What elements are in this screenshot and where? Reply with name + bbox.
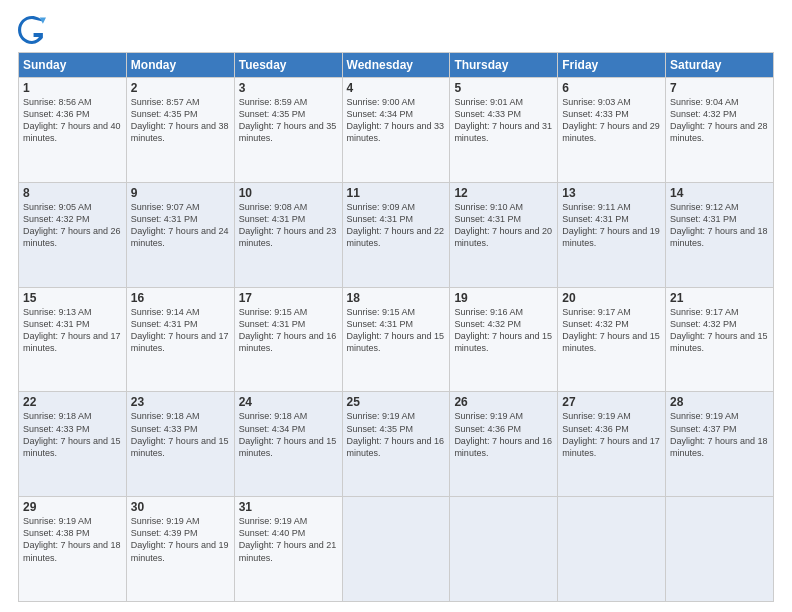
calendar-header: SundayMondayTuesdayWednesdayThursdayFrid… bbox=[19, 53, 774, 78]
day-number: 17 bbox=[239, 291, 338, 305]
cell-info: Sunrise: 9:00 AMSunset: 4:34 PMDaylight:… bbox=[347, 97, 445, 143]
calendar-cell: 17 Sunrise: 9:15 AMSunset: 4:31 PMDaylig… bbox=[234, 287, 342, 392]
cell-info: Sunrise: 9:12 AMSunset: 4:31 PMDaylight:… bbox=[670, 202, 768, 248]
calendar-week-2: 8 Sunrise: 9:05 AMSunset: 4:32 PMDayligh… bbox=[19, 182, 774, 287]
day-number: 15 bbox=[23, 291, 122, 305]
day-number: 11 bbox=[347, 186, 446, 200]
day-number: 13 bbox=[562, 186, 661, 200]
cell-info: Sunrise: 9:10 AMSunset: 4:31 PMDaylight:… bbox=[454, 202, 552, 248]
day-number: 30 bbox=[131, 500, 230, 514]
calendar-week-5: 29 Sunrise: 9:19 AMSunset: 4:38 PMDaylig… bbox=[19, 497, 774, 602]
day-number: 22 bbox=[23, 395, 122, 409]
day-header-saturday: Saturday bbox=[666, 53, 774, 78]
calendar-cell bbox=[342, 497, 450, 602]
calendar-cell: 8 Sunrise: 9:05 AMSunset: 4:32 PMDayligh… bbox=[19, 182, 127, 287]
calendar-cell: 4 Sunrise: 9:00 AMSunset: 4:34 PMDayligh… bbox=[342, 78, 450, 183]
cell-info: Sunrise: 9:19 AMSunset: 4:38 PMDaylight:… bbox=[23, 516, 121, 562]
calendar-cell: 23 Sunrise: 9:18 AMSunset: 4:33 PMDaylig… bbox=[126, 392, 234, 497]
day-number: 29 bbox=[23, 500, 122, 514]
cell-info: Sunrise: 9:18 AMSunset: 4:33 PMDaylight:… bbox=[23, 411, 121, 457]
cell-info: Sunrise: 8:56 AMSunset: 4:36 PMDaylight:… bbox=[23, 97, 121, 143]
calendar-cell bbox=[450, 497, 558, 602]
day-number: 20 bbox=[562, 291, 661, 305]
day-header-sunday: Sunday bbox=[19, 53, 127, 78]
cell-info: Sunrise: 9:07 AMSunset: 4:31 PMDaylight:… bbox=[131, 202, 229, 248]
cell-info: Sunrise: 8:59 AMSunset: 4:35 PMDaylight:… bbox=[239, 97, 337, 143]
calendar-cell: 7 Sunrise: 9:04 AMSunset: 4:32 PMDayligh… bbox=[666, 78, 774, 183]
cell-info: Sunrise: 9:17 AMSunset: 4:32 PMDaylight:… bbox=[670, 307, 768, 353]
calendar-cell: 25 Sunrise: 9:19 AMSunset: 4:35 PMDaylig… bbox=[342, 392, 450, 497]
day-number: 7 bbox=[670, 81, 769, 95]
day-number: 28 bbox=[670, 395, 769, 409]
calendar-cell: 1 Sunrise: 8:56 AMSunset: 4:36 PMDayligh… bbox=[19, 78, 127, 183]
calendar-cell: 5 Sunrise: 9:01 AMSunset: 4:33 PMDayligh… bbox=[450, 78, 558, 183]
day-number: 8 bbox=[23, 186, 122, 200]
cell-info: Sunrise: 9:03 AMSunset: 4:33 PMDaylight:… bbox=[562, 97, 660, 143]
cell-info: Sunrise: 9:19 AMSunset: 4:35 PMDaylight:… bbox=[347, 411, 445, 457]
calendar-cell: 12 Sunrise: 9:10 AMSunset: 4:31 PMDaylig… bbox=[450, 182, 558, 287]
cell-info: Sunrise: 9:19 AMSunset: 4:37 PMDaylight:… bbox=[670, 411, 768, 457]
cell-info: Sunrise: 9:11 AMSunset: 4:31 PMDaylight:… bbox=[562, 202, 660, 248]
day-header-tuesday: Tuesday bbox=[234, 53, 342, 78]
calendar-cell: 16 Sunrise: 9:14 AMSunset: 4:31 PMDaylig… bbox=[126, 287, 234, 392]
cell-info: Sunrise: 9:13 AMSunset: 4:31 PMDaylight:… bbox=[23, 307, 121, 353]
day-number: 2 bbox=[131, 81, 230, 95]
calendar-cell: 20 Sunrise: 9:17 AMSunset: 4:32 PMDaylig… bbox=[558, 287, 666, 392]
cell-info: Sunrise: 9:04 AMSunset: 4:32 PMDaylight:… bbox=[670, 97, 768, 143]
calendar-cell: 15 Sunrise: 9:13 AMSunset: 4:31 PMDaylig… bbox=[19, 287, 127, 392]
calendar-cell: 31 Sunrise: 9:19 AMSunset: 4:40 PMDaylig… bbox=[234, 497, 342, 602]
calendar-cell: 26 Sunrise: 9:19 AMSunset: 4:36 PMDaylig… bbox=[450, 392, 558, 497]
day-number: 31 bbox=[239, 500, 338, 514]
calendar-cell: 2 Sunrise: 8:57 AMSunset: 4:35 PMDayligh… bbox=[126, 78, 234, 183]
day-number: 14 bbox=[670, 186, 769, 200]
calendar-cell bbox=[558, 497, 666, 602]
logo bbox=[18, 16, 50, 44]
calendar-cell: 18 Sunrise: 9:15 AMSunset: 4:31 PMDaylig… bbox=[342, 287, 450, 392]
calendar-cell: 14 Sunrise: 9:12 AMSunset: 4:31 PMDaylig… bbox=[666, 182, 774, 287]
page: SundayMondayTuesdayWednesdayThursdayFrid… bbox=[0, 0, 792, 612]
day-number: 25 bbox=[347, 395, 446, 409]
cell-info: Sunrise: 9:08 AMSunset: 4:31 PMDaylight:… bbox=[239, 202, 337, 248]
day-number: 19 bbox=[454, 291, 553, 305]
calendar-cell: 3 Sunrise: 8:59 AMSunset: 4:35 PMDayligh… bbox=[234, 78, 342, 183]
cell-info: Sunrise: 9:19 AMSunset: 4:39 PMDaylight:… bbox=[131, 516, 229, 562]
calendar-week-1: 1 Sunrise: 8:56 AMSunset: 4:36 PMDayligh… bbox=[19, 78, 774, 183]
cell-info: Sunrise: 9:09 AMSunset: 4:31 PMDaylight:… bbox=[347, 202, 445, 248]
calendar-cell: 28 Sunrise: 9:19 AMSunset: 4:37 PMDaylig… bbox=[666, 392, 774, 497]
day-number: 12 bbox=[454, 186, 553, 200]
calendar-cell: 30 Sunrise: 9:19 AMSunset: 4:39 PMDaylig… bbox=[126, 497, 234, 602]
day-number: 23 bbox=[131, 395, 230, 409]
day-number: 5 bbox=[454, 81, 553, 95]
logo-icon bbox=[18, 16, 46, 44]
day-number: 24 bbox=[239, 395, 338, 409]
cell-info: Sunrise: 9:19 AMSunset: 4:40 PMDaylight:… bbox=[239, 516, 337, 562]
calendar-cell: 21 Sunrise: 9:17 AMSunset: 4:32 PMDaylig… bbox=[666, 287, 774, 392]
calendar-cell: 9 Sunrise: 9:07 AMSunset: 4:31 PMDayligh… bbox=[126, 182, 234, 287]
day-number: 21 bbox=[670, 291, 769, 305]
day-number: 18 bbox=[347, 291, 446, 305]
header bbox=[18, 16, 774, 44]
calendar-cell: 11 Sunrise: 9:09 AMSunset: 4:31 PMDaylig… bbox=[342, 182, 450, 287]
cell-info: Sunrise: 9:14 AMSunset: 4:31 PMDaylight:… bbox=[131, 307, 229, 353]
cell-info: Sunrise: 9:19 AMSunset: 4:36 PMDaylight:… bbox=[454, 411, 552, 457]
day-header-thursday: Thursday bbox=[450, 53, 558, 78]
header-row: SundayMondayTuesdayWednesdayThursdayFrid… bbox=[19, 53, 774, 78]
calendar-week-4: 22 Sunrise: 9:18 AMSunset: 4:33 PMDaylig… bbox=[19, 392, 774, 497]
day-number: 16 bbox=[131, 291, 230, 305]
day-header-wednesday: Wednesday bbox=[342, 53, 450, 78]
calendar-cell: 19 Sunrise: 9:16 AMSunset: 4:32 PMDaylig… bbox=[450, 287, 558, 392]
calendar-cell bbox=[666, 497, 774, 602]
calendar-cell: 13 Sunrise: 9:11 AMSunset: 4:31 PMDaylig… bbox=[558, 182, 666, 287]
cell-info: Sunrise: 9:19 AMSunset: 4:36 PMDaylight:… bbox=[562, 411, 660, 457]
calendar-table: SundayMondayTuesdayWednesdayThursdayFrid… bbox=[18, 52, 774, 602]
day-header-friday: Friday bbox=[558, 53, 666, 78]
calendar-body: 1 Sunrise: 8:56 AMSunset: 4:36 PMDayligh… bbox=[19, 78, 774, 602]
calendar-cell: 10 Sunrise: 9:08 AMSunset: 4:31 PMDaylig… bbox=[234, 182, 342, 287]
day-number: 10 bbox=[239, 186, 338, 200]
calendar-cell: 6 Sunrise: 9:03 AMSunset: 4:33 PMDayligh… bbox=[558, 78, 666, 183]
cell-info: Sunrise: 8:57 AMSunset: 4:35 PMDaylight:… bbox=[131, 97, 229, 143]
day-header-monday: Monday bbox=[126, 53, 234, 78]
day-number: 1 bbox=[23, 81, 122, 95]
cell-info: Sunrise: 9:18 AMSunset: 4:34 PMDaylight:… bbox=[239, 411, 337, 457]
day-number: 27 bbox=[562, 395, 661, 409]
